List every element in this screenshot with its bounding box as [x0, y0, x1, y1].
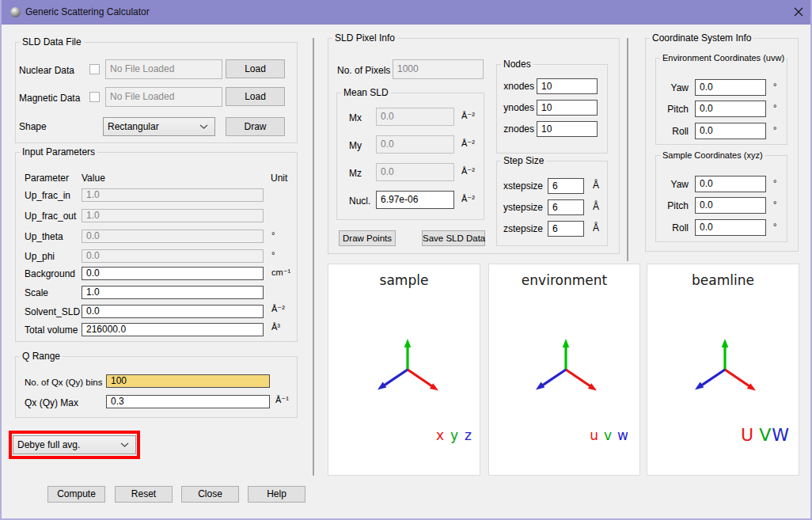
- mx-unit: Å⁻²: [461, 111, 475, 121]
- group-environment-coordinates-label: Environment Coordinates (uvw): [660, 53, 787, 63]
- mz-label: Mz: [349, 168, 362, 179]
- axis-label-u: u: [590, 427, 598, 443]
- group-q-range-label: Q Range: [20, 351, 63, 362]
- ystepsize-unit: Å: [593, 201, 599, 212]
- col-header-value: Value: [82, 173, 105, 184]
- nucl-label: Nucl.: [349, 195, 370, 207]
- env-roll-input[interactable]: 0.0: [695, 123, 766, 139]
- ynodes-label: ynodes: [499, 102, 534, 113]
- param-input[interactable]: 1.0: [82, 188, 264, 202]
- env-roll-unit: °: [773, 125, 776, 135]
- draw-points-button[interactable]: Draw Points: [339, 230, 396, 246]
- ystepsize-input[interactable]: 6: [548, 199, 584, 215]
- param-input[interactable]: 0.0: [82, 267, 264, 280]
- nuclear-data-file-field[interactable]: No File Loaded: [105, 59, 222, 79]
- q-max-unit: Å⁻¹: [275, 395, 289, 405]
- environment-axes-labels: u v w: [590, 427, 628, 443]
- close-icon[interactable]: [792, 6, 805, 18]
- reset-button[interactable]: Reset: [115, 486, 173, 503]
- sample-axes-panel: sample x y z: [328, 264, 480, 476]
- param-unit: Å⁻²: [271, 304, 285, 314]
- param-unit: °: [271, 250, 275, 260]
- sample-roll-input[interactable]: 0.0: [695, 219, 766, 236]
- load-magnetic-button[interactable]: Load: [226, 87, 285, 106]
- env-yaw-input[interactable]: 0.0: [695, 79, 766, 96]
- axis-label-w: w: [617, 427, 628, 443]
- param-label: Up_theta: [25, 231, 63, 242]
- group-step-size-label: Step Size: [501, 155, 546, 166]
- beamline-axes-panel: beamline U V W: [647, 264, 799, 476]
- shape-dropdown[interactable]: Rectangular: [103, 117, 215, 136]
- znodes-input[interactable]: 10: [537, 121, 598, 137]
- shape-dropdown-value: Rectangular: [108, 121, 159, 132]
- group-sld-data-file-label: SLD Data File: [20, 36, 84, 47]
- group-nodes-label: Nodes: [501, 59, 533, 70]
- sample-yaw-label: Yaw: [663, 179, 689, 190]
- zstepsize-label: zstepsize: [497, 223, 543, 234]
- param-label: Scale: [25, 287, 48, 298]
- param-input[interactable]: 1.0: [82, 286, 264, 299]
- help-button[interactable]: Help: [248, 486, 305, 503]
- zstepsize-unit: Å: [593, 222, 599, 233]
- mz-unit: Å⁻²: [461, 166, 475, 176]
- param-label: Up_phi: [25, 251, 55, 262]
- my-unit: Å⁻²: [461, 139, 475, 149]
- group-mean-sld-label: Mean SLD: [341, 87, 391, 98]
- env-pitch-unit: °: [773, 103, 776, 112]
- xnodes-input[interactable]: 10: [537, 78, 598, 94]
- param-input[interactable]: 0.0: [82, 305, 264, 318]
- no-of-pixels-label: No. of Pixels: [337, 65, 390, 76]
- load-nuclear-button[interactable]: Load: [226, 59, 285, 78]
- shape-label: Shape: [19, 121, 47, 132]
- sample-yaw-input[interactable]: 0.0: [695, 176, 766, 192]
- draw-button[interactable]: Draw: [226, 117, 285, 136]
- env-yaw-unit: °: [773, 82, 776, 91]
- group-coordinate-system-info-label: Coordinate System Info: [650, 32, 753, 44]
- q-bins-input[interactable]: 100: [106, 374, 270, 388]
- env-yaw-label: Yaw: [663, 82, 689, 93]
- xstepsize-label: xstepsize: [497, 180, 543, 192]
- znodes-label: znodes: [499, 123, 534, 135]
- axis-label-v: v: [604, 427, 612, 443]
- q-max-input[interactable]: 0.3: [106, 395, 270, 408]
- save-sld-data-button[interactable]: Save SLD Data: [422, 230, 485, 246]
- ynodes-input[interactable]: 10: [537, 100, 598, 116]
- param-input[interactable]: 0.0: [82, 230, 264, 243]
- nucl-input[interactable]: 6.97e-06: [376, 191, 454, 209]
- param-input[interactable]: 0.0: [82, 249, 264, 263]
- col-header-unit: Unit: [271, 173, 287, 184]
- magnetic-data-file-field[interactable]: No File Loaded: [105, 87, 222, 107]
- environment-axes-panel: environment u v w: [488, 264, 640, 476]
- compute-button[interactable]: Compute: [47, 486, 105, 503]
- group-input-parameters-label: Input Parameters: [20, 146, 97, 158]
- env-pitch-label: Pitch: [663, 104, 689, 115]
- no-of-pixels-input[interactable]: 1000: [393, 59, 484, 79]
- nucl-unit: Å⁻²: [461, 194, 475, 204]
- nuclear-data-checkbox[interactable]: [89, 64, 100, 74]
- q-bins-label: No. of Qx (Qy) bins: [25, 378, 102, 387]
- ystepsize-label: ystepsize: [497, 202, 543, 213]
- zstepsize-input[interactable]: 6: [548, 221, 584, 237]
- xstepsize-unit: Å: [593, 180, 599, 191]
- sample-pitch-input[interactable]: 0.0: [695, 197, 766, 214]
- env-roll-label: Roll: [663, 126, 689, 137]
- mz-input[interactable]: 0.0: [376, 163, 454, 181]
- app-icon: [10, 7, 21, 17]
- env-pitch-input[interactable]: 0.0: [695, 101, 766, 117]
- param-label: Background: [25, 268, 75, 279]
- mx-input[interactable]: 0.0: [376, 108, 454, 126]
- mx-label: Mx: [349, 112, 362, 123]
- xstepsize-input[interactable]: 6: [548, 178, 584, 194]
- magnetic-data-checkbox[interactable]: [89, 92, 100, 102]
- q-max-label: Qx (Qy) Max: [25, 397, 78, 408]
- param-input[interactable]: 1.0: [82, 209, 264, 222]
- sample-roll-label: Roll: [663, 222, 689, 233]
- sample-axes-icon: [328, 264, 481, 476]
- chevron-down-icon: [199, 124, 208, 129]
- close-button[interactable]: Close: [181, 486, 239, 503]
- my-input[interactable]: 0.0: [376, 135, 454, 154]
- param-unit: cm⁻¹: [271, 268, 290, 278]
- vertical-separator-right: [627, 38, 628, 261]
- param-input[interactable]: 216000.0: [82, 323, 264, 336]
- param-label: Total volume: [25, 325, 78, 336]
